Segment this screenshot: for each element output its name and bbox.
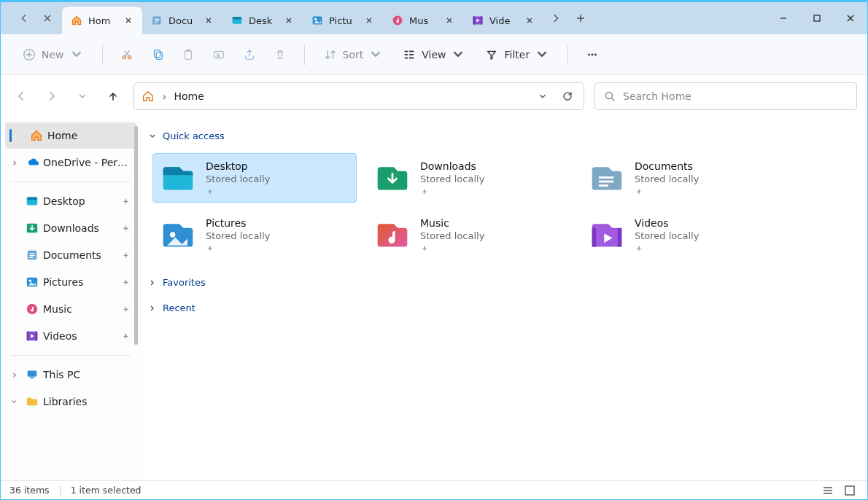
tab-close-button[interactable] — [443, 14, 456, 27]
tab-close-button[interactable] — [282, 14, 295, 27]
sidebar-item-home[interactable]: Home — [5, 122, 136, 149]
svg-rect-33 — [409, 50, 414, 52]
navigation-pane: Home › OneDrive - Personal DesktopDownlo… — [1, 117, 141, 480]
tile-desktop[interactable]: DesktopStored locally — [152, 153, 357, 203]
tab-desktop[interactable]: Desk — [222, 7, 303, 34]
tab-close-button[interactable] — [523, 14, 536, 27]
svg-point-36 — [588, 53, 590, 55]
tile-music[interactable]: MusicStored locally — [367, 210, 571, 259]
sidebar-item-label: Music — [43, 303, 117, 315]
group-label: Recent — [163, 302, 195, 313]
sidebar-item-onedrive[interactable]: › OneDrive - Personal — [5, 149, 136, 176]
tab-videos[interactable]: Vide — [463, 7, 543, 34]
tile-downloads[interactable]: DownloadsStored locally — [367, 153, 571, 203]
window-minimize-button[interactable] — [767, 2, 800, 34]
group-label: Quick access — [163, 130, 225, 141]
nav-back-button[interactable] — [11, 86, 31, 106]
thumbnails-view-button[interactable] — [841, 483, 859, 498]
group-favorites[interactable]: Favorites — [144, 274, 864, 291]
window-close-button[interactable] — [834, 2, 867, 34]
status-item-count: 36 items — [9, 485, 50, 496]
share-button[interactable] — [236, 42, 263, 68]
tab-close-button[interactable] — [122, 14, 135, 27]
pin-icon — [206, 187, 214, 196]
onedrive-icon — [26, 156, 39, 169]
sidebar-scrollbar[interactable] — [134, 126, 138, 345]
downloads-icon — [375, 160, 410, 195]
group-recent[interactable]: Recent — [144, 300, 864, 316]
tab-close-first[interactable] — [36, 7, 59, 30]
tab-close-button[interactable] — [363, 14, 376, 27]
breadcrumb-home[interactable]: Home — [174, 90, 204, 102]
sidebar-item-videos[interactable]: Videos — [5, 323, 136, 349]
pictures-icon — [160, 217, 195, 252]
tile-name: Desktop — [206, 160, 270, 173]
search-input[interactable] — [623, 90, 848, 102]
home-icon — [30, 129, 43, 142]
address-dropdown-button[interactable] — [534, 87, 551, 105]
pin-icon — [121, 332, 131, 341]
tile-videos[interactable]: VideosStored locally — [581, 210, 786, 259]
sidebar-item-desktop[interactable]: Desktop — [5, 188, 136, 214]
sidebar-item-downloads[interactable]: Downloads — [5, 215, 136, 241]
view-button[interactable]: View — [394, 42, 473, 68]
nav-recent-button[interactable] — [72, 86, 93, 106]
sidebar-item-libraries[interactable]: › Libraries — [5, 388, 136, 415]
delete-button[interactable] — [266, 42, 294, 68]
copy-button[interactable] — [144, 42, 171, 68]
more-button[interactable] — [578, 42, 606, 68]
search-box[interactable] — [594, 82, 857, 110]
tile-subtitle: Stored locally — [635, 230, 699, 243]
sidebar-item-label: Documents — [43, 249, 117, 261]
sidebar-item-label: Libraries — [43, 396, 131, 407]
rename-button[interactable] — [205, 42, 233, 68]
tab-home[interactable]: Hom — [62, 7, 142, 34]
sidebar-item-thispc[interactable]: › This PC — [5, 362, 136, 388]
refresh-button[interactable] — [559, 87, 576, 105]
tile-pictures[interactable]: PicturesStored locally — [152, 210, 357, 259]
group-quick-access[interactable]: Quick access — [144, 128, 864, 144]
tile-document[interactable]: DocumentsStored locally — [581, 153, 786, 203]
tab-label: Desk — [249, 15, 276, 26]
tab-label: Hom — [88, 15, 116, 26]
tabs-back-button[interactable] — [12, 7, 36, 30]
chevron-right-icon[interactable]: › — [8, 157, 21, 168]
tabs-overflow-button[interactable] — [543, 6, 568, 31]
music-icon — [392, 15, 403, 26]
svg-rect-30 — [405, 50, 408, 52]
svg-rect-27 — [185, 50, 191, 59]
new-button[interactable]: New — [14, 42, 92, 68]
tab-close-button[interactable] — [202, 14, 215, 27]
details-view-button[interactable] — [819, 483, 837, 498]
music-icon — [26, 302, 39, 316]
tab-label: Vide — [489, 15, 517, 26]
tile-subtitle: Stored locally — [420, 173, 484, 186]
chevron-right-icon[interactable]: › — [8, 369, 21, 380]
sidebar-item-pictures[interactable]: Pictures — [5, 269, 136, 295]
sidebar-item-document[interactable]: Documents — [5, 242, 136, 268]
sidebar-item-label: Desktop — [43, 195, 117, 207]
pin-icon — [121, 305, 131, 314]
address-row: › Home — [1, 75, 867, 117]
cut-button[interactable] — [113, 42, 141, 68]
filter-button[interactable]: Filter — [476, 42, 557, 68]
chevron-down-icon[interactable]: › — [9, 395, 20, 408]
filter-button-label: Filter — [504, 49, 530, 60]
svg-rect-34 — [409, 54, 414, 55]
sort-button-label: Sort — [343, 49, 364, 60]
tab-pictures[interactable]: Pictu — [303, 7, 383, 34]
tile-name: Videos — [635, 216, 699, 230]
tab-document[interactable]: Docu — [142, 7, 222, 34]
nav-forward-button[interactable] — [42, 86, 62, 106]
group-label: Favorites — [163, 277, 206, 288]
address-bar[interactable]: › Home — [133, 82, 584, 110]
paste-button[interactable] — [174, 42, 202, 68]
new-tab-button[interactable] — [568, 6, 593, 31]
sort-button[interactable]: Sort — [315, 42, 392, 68]
window-maximize-button[interactable] — [800, 2, 834, 34]
tile-subtitle: Stored locally — [635, 173, 699, 186]
command-bar: New Sort View Filter — [1, 34, 867, 75]
nav-up-button[interactable] — [103, 86, 123, 106]
sidebar-item-music[interactable]: Music — [5, 296, 136, 322]
tab-music[interactable]: Mus — [383, 7, 463, 34]
